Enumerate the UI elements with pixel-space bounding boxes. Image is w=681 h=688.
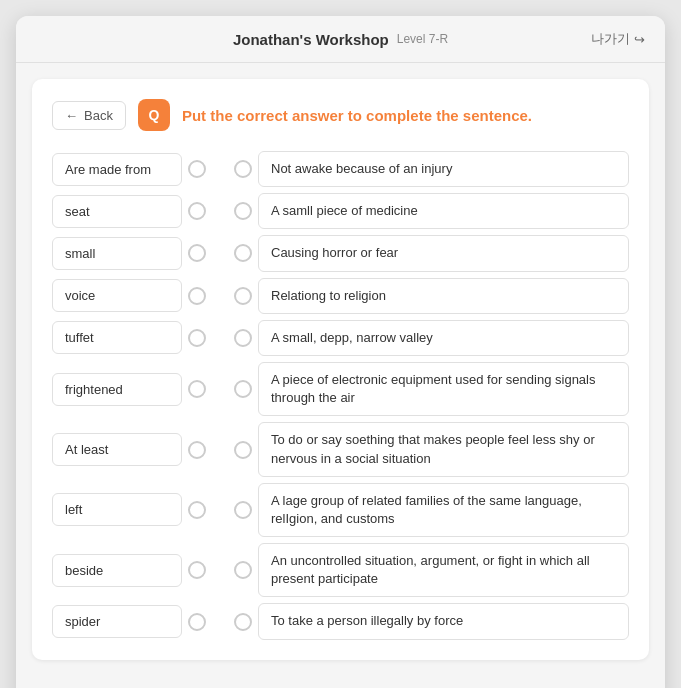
definition-box: Causing horror or fear — [258, 235, 629, 271]
definition-box: A small, depp, narrow valley — [258, 320, 629, 356]
back-label: Back — [84, 108, 113, 123]
radio-left-2[interactable] — [188, 244, 206, 262]
radio-right-3[interactable] — [234, 287, 252, 305]
table-row: voice Relationg to religion — [52, 278, 629, 314]
back-arrow-icon: ← — [65, 108, 78, 123]
definition-box: To do or say soething that makes people … — [258, 422, 629, 476]
term-box: small — [52, 237, 182, 270]
table-row: seat A samll piece of medicine — [52, 193, 629, 229]
instruction-icon: Q — [138, 99, 170, 131]
term-box: seat — [52, 195, 182, 228]
radio-right-6[interactable] — [234, 441, 252, 459]
radio-right-2[interactable] — [234, 244, 252, 262]
radio-left-1[interactable] — [188, 202, 206, 220]
matching-grid: Are made from Not awake because of an in… — [52, 151, 629, 640]
table-row: tuffet A small, depp, narrow valley — [52, 320, 629, 356]
table-row: Are made from Not awake because of an in… — [52, 151, 629, 187]
definition-box: A samll piece of medicine — [258, 193, 629, 229]
term-box: spider — [52, 605, 182, 638]
definition-box: Relationg to religion — [258, 278, 629, 314]
main-card: ← Back Q Put the correct answer to compl… — [32, 79, 649, 660]
radio-left-7[interactable] — [188, 501, 206, 519]
term-box: voice — [52, 279, 182, 312]
radio-right-5[interactable] — [234, 380, 252, 398]
term-box: At least — [52, 433, 182, 466]
back-button[interactable]: ← Back — [52, 101, 126, 130]
exit-icon: ↪ — [634, 32, 645, 47]
radio-left-3[interactable] — [188, 287, 206, 305]
content-area: ← Back Q Put the correct answer to compl… — [16, 63, 665, 676]
radio-left-8[interactable] — [188, 561, 206, 579]
radio-right-8[interactable] — [234, 561, 252, 579]
term-box: left — [52, 493, 182, 526]
radio-right-1[interactable] — [234, 202, 252, 220]
definition-box: To take a person illegally by force — [258, 603, 629, 639]
table-row: left A lage group of related families of… — [52, 483, 629, 537]
term-box: frightened — [52, 373, 182, 406]
radio-left-0[interactable] — [188, 160, 206, 178]
definition-box: A lage group of related families of the … — [258, 483, 629, 537]
definition-box: An uncontrolled situation, argument, or … — [258, 543, 629, 597]
radio-right-4[interactable] — [234, 329, 252, 347]
app-title: Jonathan's Workshop — [233, 31, 389, 48]
table-row: At least To do or say soething that make… — [52, 422, 629, 476]
radio-left-5[interactable] — [188, 380, 206, 398]
level-badge: Level 7-R — [397, 32, 448, 46]
title-bar: Jonathan's Workshop Level 7-R 나가기 ↪ — [16, 16, 665, 63]
radio-right-9[interactable] — [234, 613, 252, 631]
radio-left-4[interactable] — [188, 329, 206, 347]
instruction-text: Put the correct answer to complete the s… — [182, 107, 532, 124]
radio-left-9[interactable] — [188, 613, 206, 631]
table-row: spider To take a person illegally by for… — [52, 603, 629, 639]
exit-button[interactable]: 나가기 ↪ — [591, 30, 645, 48]
definition-box: Not awake because of an injury — [258, 151, 629, 187]
table-row: frightened A piece of electronic equipme… — [52, 362, 629, 416]
radio-right-0[interactable] — [234, 160, 252, 178]
table-row: beside An uncontrolled situation, argume… — [52, 543, 629, 597]
table-row: small Causing horror or fear — [52, 235, 629, 271]
term-box: beside — [52, 554, 182, 587]
radio-left-6[interactable] — [188, 441, 206, 459]
term-box: tuffet — [52, 321, 182, 354]
main-window: Jonathan's Workshop Level 7-R 나가기 ↪ ← Ba… — [16, 16, 665, 688]
exit-label: 나가기 — [591, 30, 630, 48]
card-header: ← Back Q Put the correct answer to compl… — [52, 99, 629, 131]
definition-box: A piece of electronic equipment used for… — [258, 362, 629, 416]
term-box: Are made from — [52, 153, 182, 186]
radio-right-7[interactable] — [234, 501, 252, 519]
